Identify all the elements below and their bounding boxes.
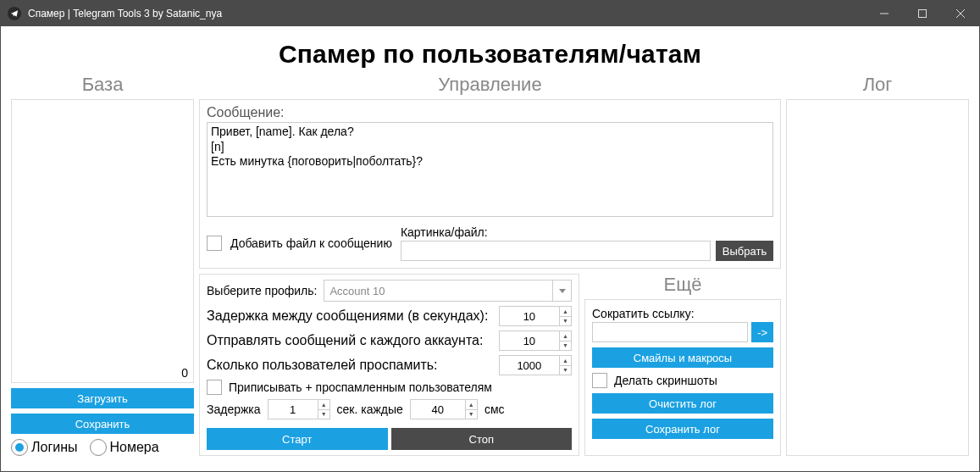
maximize-button[interactable] — [903, 1, 941, 26]
spin-down-icon[interactable]: ▼ — [466, 409, 477, 419]
spin-down-icon[interactable]: ▼ — [560, 365, 571, 375]
stop-button[interactable]: Стоп — [391, 428, 573, 450]
radio-logins-label: Логины — [31, 440, 78, 455]
clear-log-button[interactable]: Очистить лог — [592, 393, 773, 414]
profile-value: Account 10 — [324, 285, 552, 297]
delay-sec-unit: сек. каждые — [337, 403, 403, 416]
delay-word: Задержка — [207, 403, 261, 416]
delay-sec-input[interactable] — [269, 400, 318, 419]
radio-numbers-label: Номера — [110, 440, 159, 455]
section-control-title: Управление — [199, 74, 781, 96]
choose-file-button[interactable]: Выбрать — [716, 241, 773, 261]
section-base-title: База — [11, 74, 194, 96]
message-label: Сообщение: — [207, 105, 773, 120]
picture-path-input[interactable] — [401, 241, 711, 261]
base-list[interactable]: 0 — [11, 99, 194, 383]
attach-file-checkbox[interactable] — [207, 236, 222, 251]
delay-sms-input[interactable] — [411, 400, 465, 419]
shorten-button[interactable]: -> — [751, 322, 773, 342]
delay-between-label: Задержка между сообщениями (в секундах): — [207, 308, 488, 324]
spin-up-icon[interactable]: ▲ — [318, 400, 329, 409]
spin-up-icon[interactable]: ▲ — [466, 400, 477, 409]
extra-panel: Сократить ссылку: -> Смайлы и макросы Де… — [584, 299, 781, 456]
chevron-down-icon — [552, 280, 571, 301]
users-count-label: Сколько пользователей проспамить: — [207, 358, 437, 373]
users-count-input[interactable] — [500, 356, 559, 375]
profile-combo[interactable]: Account 10 — [324, 280, 572, 302]
page-title: Спамер по пользователям/чатам — [11, 40, 969, 69]
start-button[interactable]: Старт — [207, 428, 388, 450]
delay-between-input[interactable] — [500, 307, 559, 325]
radio-logins[interactable] — [11, 439, 28, 456]
spin-up-icon[interactable]: ▲ — [560, 307, 571, 316]
users-count-spinner[interactable]: ▲▼ — [499, 355, 572, 375]
screenshots-label: Делать скриншоты — [614, 374, 717, 387]
message-panel: Сообщение: Добавить файл к сообщению Кар… — [199, 99, 781, 269]
attach-file-label: Добавить файл к сообщению — [230, 236, 392, 250]
titlebar: Спамер | Telegram Tools 3 by Satanic_nya — [1, 1, 979, 26]
settings-panel: Выберите профиль: Account 10 Задержка ме… — [199, 274, 579, 456]
per-account-input[interactable] — [500, 331, 559, 350]
message-textarea[interactable] — [207, 122, 773, 217]
spin-up-icon[interactable]: ▲ — [560, 356, 571, 365]
minimize-button[interactable] — [865, 1, 903, 26]
section-log-title: Лог — [786, 74, 969, 96]
save-button[interactable]: Сохранить — [11, 414, 194, 434]
shorten-label: Сократить ссылку: — [592, 307, 773, 320]
per-account-spinner[interactable]: ▲▼ — [499, 330, 572, 351]
spin-down-icon[interactable]: ▼ — [318, 409, 329, 419]
close-button[interactable] — [941, 1, 979, 26]
delay-sec-spinner[interactable]: ▲▼ — [268, 399, 330, 419]
mark-plus-label: Приписывать + проспамленным пользователя… — [229, 380, 492, 394]
svg-rect-1 — [918, 10, 926, 18]
spin-up-icon[interactable]: ▲ — [560, 331, 571, 341]
screenshots-checkbox[interactable] — [592, 373, 607, 388]
smiles-macros-button[interactable]: Смайлы и макросы — [592, 347, 773, 368]
base-count: 0 — [181, 366, 188, 380]
spin-down-icon[interactable]: ▼ — [560, 316, 571, 326]
radio-numbers[interactable] — [90, 439, 107, 456]
shorten-input[interactable] — [592, 322, 748, 342]
app-icon — [8, 7, 21, 20]
section-extra-title: Ещё — [584, 274, 781, 296]
delay-sms-spinner[interactable]: ▲▼ — [410, 399, 478, 419]
save-log-button[interactable]: Сохранить лог — [592, 419, 773, 439]
per-account-label: Отправлять сообщений с каждого аккаунта: — [207, 333, 483, 348]
delay-sms-unit: смс — [484, 403, 505, 416]
load-button[interactable]: Загрузить — [11, 388, 194, 408]
window-title: Спамер | Telegram Tools 3 by Satanic_nya — [28, 8, 865, 19]
profile-label: Выберите профиль: — [207, 284, 317, 297]
spin-down-icon[interactable]: ▼ — [560, 341, 571, 351]
picture-label: Картинка/файл: — [401, 225, 773, 239]
log-box[interactable] — [786, 99, 969, 456]
mark-plus-checkbox[interactable] — [207, 380, 222, 395]
delay-between-spinner[interactable]: ▲▼ — [499, 306, 572, 326]
